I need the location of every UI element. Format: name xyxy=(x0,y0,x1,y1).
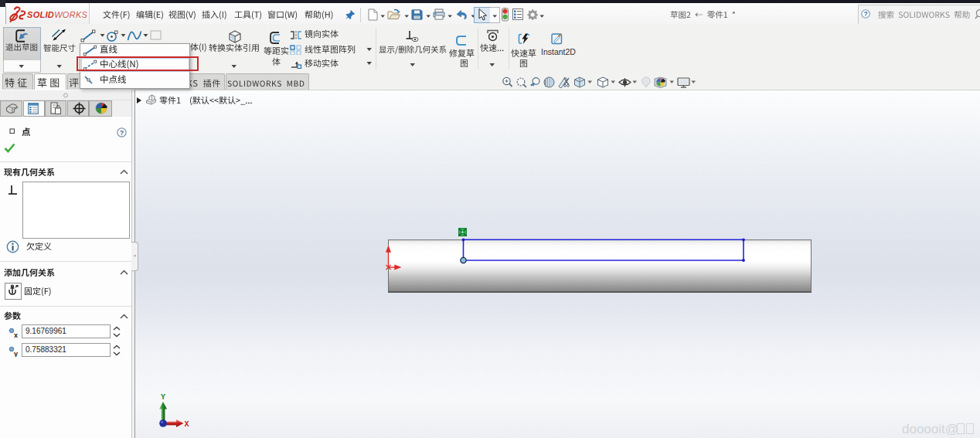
svg-text:?: ? xyxy=(120,129,124,137)
svg-text:Y: Y xyxy=(161,393,165,402)
svg-text:y: y xyxy=(14,350,18,357)
svg-text:x: x xyxy=(14,331,18,338)
svg-text:X: X xyxy=(185,419,189,428)
svg-text:?: ? xyxy=(863,10,867,18)
